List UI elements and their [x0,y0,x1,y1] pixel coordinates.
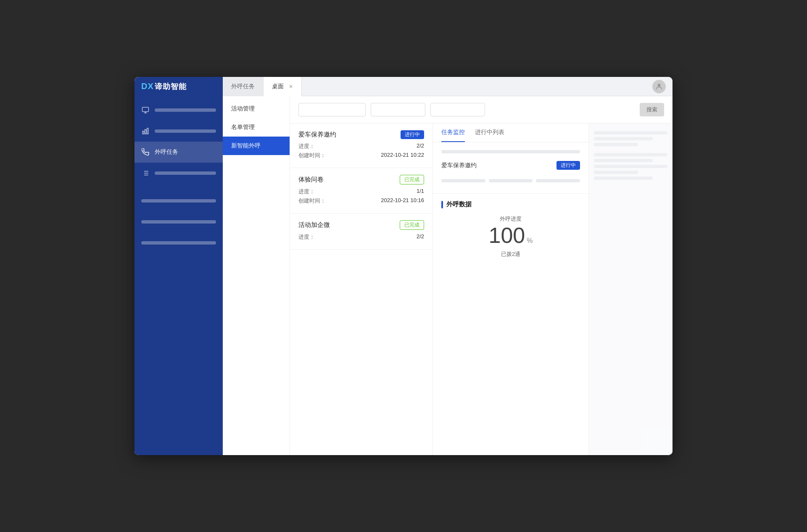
filter-input-1[interactable] [298,103,366,116]
task-list: 爱车保养邀约 进行中 进度： 2/2 创建时间： 2022-10-21 10:2… [290,124,433,455]
sidebar-item-monitor-label [155,108,216,112]
detail-tabs: 任务监控 进行中列表 [433,124,588,142]
outbound-progress-unit: % [527,237,533,245]
filter-bar: 搜索 [290,96,672,124]
submenu-smart[interactable]: 新智能外呼 [223,137,290,155]
submenu-namelist[interactable]: 名单管理 [223,118,290,137]
phone-icon [141,148,150,156]
task-progress-label-1: 进度： [298,142,315,150]
task-badge-2: 已完成 [400,175,424,184]
split-view: 爱车保养邀约 进行中 进度： 2/2 创建时间： 2022-10-21 10:2… [290,124,672,455]
svg-rect-1 [142,107,149,112]
tab-bar: DX谛助智能 外呼任务 桌面 ✕ [134,77,672,96]
task-name-3: 活动加企微 [298,221,330,229]
task-create-label-1: 创建时间： [298,152,326,159]
task-badge-3: 已完成 [400,220,424,230]
outbound-stats: 外呼进度 100 % 已拨2通 [441,215,580,258]
outbound-section: 外呼数据 外呼进度 100 % 已拨2通 [433,194,588,265]
detail-panel: 任务监控 进行中列表 爱车保养邀约 进行中 [433,124,588,455]
submenu: 活动管理 名单管理 新智能外呼 [223,96,290,455]
sidebar-item-list-label [155,171,216,175]
detail-tab-monitor[interactable]: 任务监控 [441,124,465,142]
sidebar-item-6-label [141,220,216,224]
sidebar-item-monitor[interactable] [134,100,223,121]
tab-outbound[interactable]: 外呼任务 [223,77,264,96]
task-card-1[interactable]: 爱车保养邀约 进行中 进度： 2/2 创建时间： 2022-10-21 10:2… [290,124,433,168]
task-progress-label-2: 进度： [298,188,315,195]
task-progress-label-3: 进度： [298,233,315,241]
tab-desktop[interactable]: 桌面 ✕ [264,77,302,96]
content-area: 搜索 爱车保养邀约 进行中 进度： 2/2 [290,96,672,455]
logo-dz: DX [141,82,154,91]
tab-close-icon[interactable]: ✕ [289,84,293,90]
submenu-activity[interactable]: 活动管理 [223,100,290,118]
filter-input-3[interactable] [430,103,485,116]
chart-icon [141,127,150,135]
user-avatar[interactable] [652,80,666,93]
task-progress-value-3: 2/2 [417,233,424,241]
task-create-label-2: 创建时间： [298,197,326,205]
section-title-bar [441,201,443,208]
monitor-placeholder-row [441,176,580,185]
logo-text: DX谛助智能 [141,82,187,92]
task-name-1: 爱车保养邀约 [298,131,336,139]
svg-rect-6 [147,128,148,134]
monitor-placeholder-top [441,150,580,153]
svg-rect-4 [142,131,144,134]
filter-input-2[interactable] [371,103,425,116]
sidebar-item-phone-label: 外呼任务 [155,148,216,156]
sidebar-item-6[interactable] [134,211,223,232]
main-layout: 外呼任务 [134,96,672,455]
section-title: 外呼数据 [441,200,580,208]
sidebar: 外呼任务 [134,96,223,455]
list-icon [141,169,150,177]
task-progress-value-1: 2/2 [417,142,424,150]
sidebar-item-phone[interactable]: 外呼任务 [134,142,223,163]
outbound-calls-label: 已拨2通 [441,250,580,258]
sidebar-item-chart[interactable] [134,121,223,142]
right-extra-panel [588,124,672,455]
browser-window: DX谛助智能 外呼任务 桌面 ✕ [134,77,672,455]
sidebar-item-chart-label [155,129,216,133]
svg-point-0 [658,84,661,87]
task-badge-1: 进行中 [401,130,424,139]
sidebar-item-7-label [141,241,216,245]
sidebar-item-5-label [141,199,216,203]
monitor-task-row: 爱车保养邀约 进行中 [441,158,580,173]
outbound-progress-value: 100 [489,224,525,246]
monitor-task-badge: 进行中 [556,161,580,170]
task-create-value-1: 2022-10-21 10:22 [381,152,424,159]
svg-rect-5 [145,129,146,134]
task-progress-value-2: 1/1 [417,188,424,195]
search-button[interactable]: 搜索 [640,103,664,116]
monitor-section: 爱车保养邀约 进行中 [433,142,588,194]
sidebar-item-list[interactable] [134,163,223,184]
monitor-icon [141,106,150,114]
logo-area: DX谛助智能 [134,77,223,96]
task-card-3[interactable]: 活动加企微 已完成 进度： 2/2 [290,213,433,250]
outbound-progress-label: 外呼进度 [441,215,580,223]
task-name-2: 体验问卷 [298,176,324,184]
task-create-value-2: 2022-10-21 10:16 [381,197,424,205]
task-card-2[interactable]: 体验问卷 已完成 进度： 1/1 创建时间： 2022-10-21 10:16 [290,168,433,213]
sidebar-item-5[interactable] [134,190,223,211]
sidebar-item-7[interactable] [134,232,223,253]
detail-tab-ongoing[interactable]: 进行中列表 [475,124,504,142]
monitor-task-name: 爱车保养邀约 [441,162,477,169]
